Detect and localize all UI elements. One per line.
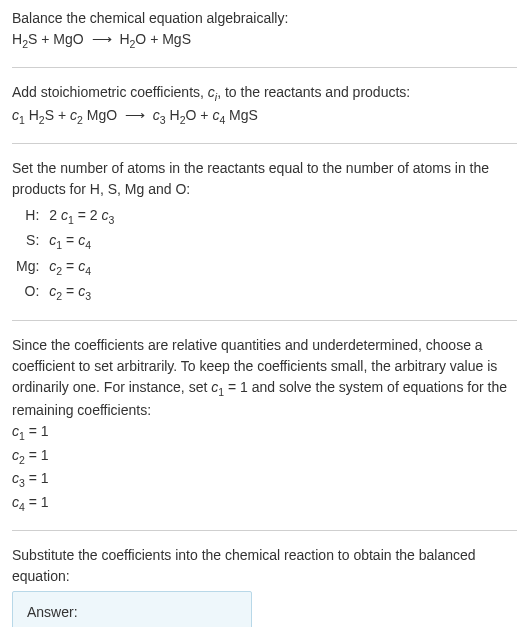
arrow-icon: ⟶ — [125, 105, 145, 126]
choose-text: Since the coefficients are relative quan… — [12, 335, 517, 422]
product: H2O + MgS — [119, 31, 191, 47]
intro-section: Balance the chemical equation algebraica… — [12, 8, 517, 53]
divider — [12, 143, 517, 144]
divider — [12, 320, 517, 321]
atom-equation: 2 c1 = 2 c3 — [49, 204, 122, 230]
equation-coeffs: c1 H2S + c2 MgO ⟶ c3 H2O + c4 MgS — [12, 105, 517, 129]
equation-unbalanced: H2S + MgO ⟶ H2O + MgS — [12, 29, 517, 53]
coeff-line: c1 = 1 — [12, 421, 517, 445]
subst-text: Substitute the coefficients into the che… — [12, 545, 517, 587]
coeff-line: c3 = 1 — [12, 468, 517, 492]
subst-section: Substitute the coefficients into the che… — [12, 545, 517, 587]
divider — [12, 530, 517, 531]
atoms-intro: Set the number of atoms in the reactants… — [12, 158, 517, 200]
atom-equation: c2 = c4 — [49, 255, 122, 281]
table-row: H: 2 c1 = 2 c3 — [16, 204, 122, 230]
atoms-table: H: 2 c1 = 2 c3 S: c1 = c4 Mg: c2 = c4 O:… — [16, 204, 122, 306]
table-row: Mg: c2 = c4 — [16, 255, 122, 281]
coeff-line: c4 = 1 — [12, 492, 517, 516]
answer-label: Answer: — [27, 602, 237, 623]
table-row: S: c1 = c4 — [16, 229, 122, 255]
intro-text: Balance the chemical equation algebraica… — [12, 8, 517, 29]
arrow-icon: ⟶ — [92, 29, 112, 50]
table-row: O: c2 = c3 — [16, 280, 122, 306]
stoich-text: Add stoichiometric coefficients, ci, to … — [12, 82, 517, 106]
atom-equation: c2 = c3 — [49, 280, 122, 306]
atoms-section: Set the number of atoms in the reactants… — [12, 158, 517, 306]
choose-section: Since the coefficients are relative quan… — [12, 335, 517, 516]
answer-box: Answer: H2S + MgO ⟶ H2O + MgS — [12, 591, 252, 627]
stoich-section: Add stoichiometric coefficients, ci, to … — [12, 82, 517, 129]
coeff-line: c2 = 1 — [12, 445, 517, 469]
divider — [12, 67, 517, 68]
atom-label: Mg: — [16, 255, 49, 281]
atom-label: H: — [16, 204, 49, 230]
atom-label: O: — [16, 280, 49, 306]
atom-equation: c1 = c4 — [49, 229, 122, 255]
atom-label: S: — [16, 229, 49, 255]
reactant: H2S + MgO — [12, 31, 84, 47]
